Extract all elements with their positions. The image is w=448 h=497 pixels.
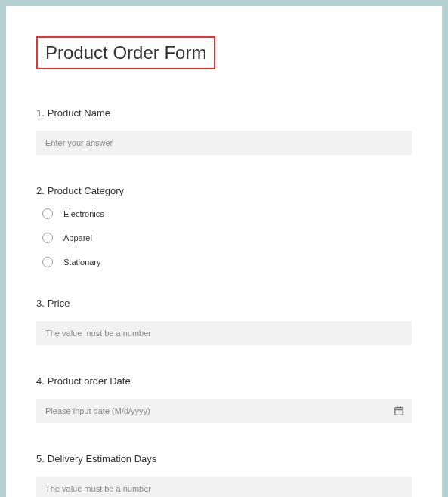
calendar-icon bbox=[394, 406, 404, 416]
form-title: Product Order Form bbox=[36, 36, 215, 69]
form-container: Product Order Form 1. Product Name 2. Pr… bbox=[6, 6, 442, 497]
radio-icon bbox=[42, 233, 53, 243]
radio-option-apparel[interactable]: Apparel bbox=[42, 233, 412, 243]
radio-icon bbox=[42, 257, 53, 267]
question-delivery-days: 5. Delivery Estimation Days bbox=[36, 453, 412, 497]
question-label: 2. Product Category bbox=[36, 185, 412, 196]
option-label: Apparel bbox=[63, 233, 92, 242]
question-number: 3. bbox=[36, 298, 45, 309]
question-product-category: 2. Product Category Electronics Apparel … bbox=[36, 185, 412, 267]
order-date-input[interactable] bbox=[36, 399, 412, 423]
question-text: Price bbox=[48, 298, 70, 309]
question-text: Delivery Estimation Days bbox=[48, 453, 157, 465]
question-number: 2. bbox=[36, 185, 45, 196]
question-price: 3. Price bbox=[36, 298, 412, 345]
question-text: Product Name bbox=[48, 107, 110, 119]
question-order-date: 4. Product order Date bbox=[36, 375, 412, 423]
price-input[interactable] bbox=[36, 321, 412, 345]
question-number: 4. bbox=[36, 375, 45, 387]
question-label: 5. Delivery Estimation Days bbox=[36, 453, 412, 465]
delivery-days-input[interactable] bbox=[36, 477, 412, 497]
question-number: 5. bbox=[36, 453, 45, 465]
option-label: Electronics bbox=[63, 209, 104, 218]
question-text: Product Category bbox=[48, 185, 124, 196]
product-name-input[interactable] bbox=[36, 131, 412, 155]
radio-options: Electronics Apparel Stationary bbox=[36, 208, 412, 267]
radio-icon bbox=[42, 208, 53, 219]
radio-option-stationary[interactable]: Stationary bbox=[42, 257, 412, 267]
question-product-name: 1. Product Name bbox=[36, 107, 412, 155]
question-label: 3. Price bbox=[36, 298, 412, 309]
svg-rect-0 bbox=[395, 408, 403, 415]
question-text: Product order Date bbox=[48, 375, 131, 387]
radio-option-electronics[interactable]: Electronics bbox=[42, 208, 412, 219]
date-input-wrap bbox=[36, 399, 412, 423]
question-number: 1. bbox=[36, 107, 45, 119]
question-label: 4. Product order Date bbox=[36, 375, 412, 387]
option-label: Stationary bbox=[63, 258, 101, 267]
question-label: 1. Product Name bbox=[36, 107, 412, 119]
